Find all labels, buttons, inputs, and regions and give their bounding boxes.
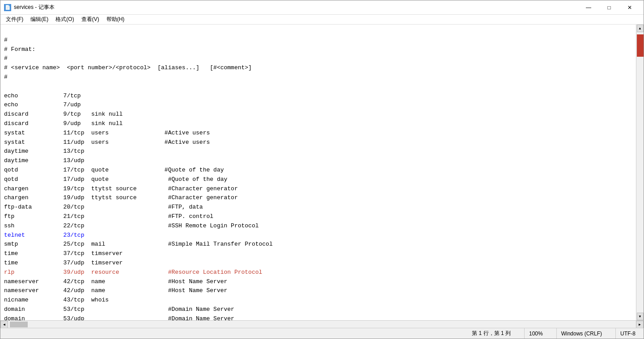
line-5: # [4, 74, 8, 80]
line-2: # Format: [4, 46, 35, 53]
line-3: # [4, 55, 8, 62]
line-echo-udp: echo 7/udp [4, 101, 81, 108]
scroll-left-arrow[interactable]: ◀ [0, 321, 8, 328]
line-discard-tcp: discard 9/tcp sink null [4, 111, 123, 117]
line-qotd-udp: qotd 17/udp quote #Quote of the day [4, 176, 227, 183]
text-editor[interactable]: # # Format: # # <service name> <port num… [0, 25, 636, 320]
line-daytime-udp: daytime 13/udp [4, 157, 84, 164]
vertical-scrollbar[interactable]: ▲ ▼ [636, 25, 644, 320]
scroll-right-arrow[interactable]: ▶ [636, 321, 644, 328]
status-encoding: UTF-8 [615, 328, 640, 339]
line-systat-udp: systat 11/udp users #Active users [4, 139, 210, 146]
menu-file[interactable]: 文件(F) [2, 15, 27, 24]
scroll-track[interactable] [637, 32, 644, 313]
scroll-up-arrow[interactable]: ▲ [637, 25, 644, 32]
scroll-h-track[interactable] [8, 321, 636, 328]
line-domain-udp: domain 53/udp #Domain Name Server [4, 315, 234, 320]
line-daytime-tcp: daytime 13/tcp [4, 148, 84, 155]
menu-help[interactable]: 帮助(H) [103, 15, 128, 24]
notepad-window: 📄 services - 记事本 — □ ✕ 文件(F) 编辑(E) 格式(O)… [0, 0, 644, 339]
line-chargen-tcp: chargen 19/tcp ttytst source #Character … [4, 185, 238, 192]
scroll-down-arrow[interactable]: ▼ [637, 313, 644, 320]
line-systat-tcp: systat 11/tcp users #Active users [4, 130, 210, 136]
editor-area: # # Format: # # <service name> <port num… [0, 25, 644, 320]
horizontal-scrollbar[interactable]: ◀ ▶ [0, 320, 644, 328]
line-nameserver-tcp: nameserver 42/tcp name #Host Name Server [4, 278, 227, 285]
line-ssh: ssh 22/tcp #SSH Remote Login Protocol [4, 222, 259, 229]
window-controls: — □ ✕ [578, 1, 640, 14]
line-chargen-udp: chargen 19/udp ttytst source #Character … [4, 194, 238, 201]
title-bar-left: 📄 services - 记事本 [4, 4, 55, 11]
line-domain-tcp: domain 53/tcp #Domain Name Server [4, 306, 234, 313]
status-position: 第 1 行，第 1 列 [467, 328, 515, 339]
line-smtp: smtp 25/tcp mail #Simple Mail Transfer P… [4, 241, 273, 247]
line-ftpdata: ftp-data 20/tcp #FTP, data [4, 204, 203, 210]
line-discard-udp: discard 9/udp sink null [4, 120, 123, 127]
app-icon: 📄 [4, 4, 11, 11]
menu-bar: 文件(F) 编辑(E) 格式(O) 查看(V) 帮助(H) [0, 15, 644, 25]
menu-edit[interactable]: 编辑(E) [27, 15, 52, 24]
line-nameserver-udp: nameserver 42/udp name #Host Name Server [4, 287, 227, 294]
menu-view[interactable]: 查看(V) [78, 15, 103, 24]
line-qotd-tcp: qotd 17/tcp quote #Quote of the day [4, 167, 224, 173]
line-time-udp: time 37/udp timserver [4, 259, 123, 266]
window-title: services - 记事本 [14, 4, 55, 11]
line-telnet: telnet 23/tcp [4, 232, 84, 239]
line-nicname: nicname 43/tcp whois [4, 297, 109, 303]
line-ftp: ftp 21/tcp #FTP. control [4, 213, 213, 220]
line-4: # <service name> <port number>/<protocol… [4, 64, 252, 71]
minimize-button[interactable]: — [578, 1, 599, 14]
status-zoom: 100% [524, 328, 547, 339]
status-bar: 第 1 行，第 1 列 100% Windows (CRLF) UTF-8 [0, 328, 644, 339]
line-time-tcp: time 37/tcp timserver [4, 250, 123, 257]
close-button[interactable]: ✕ [619, 1, 640, 14]
bottom-area: ◀ ▶ 第 1 行，第 1 列 100% Windows (CRLF) UTF-… [0, 320, 644, 339]
menu-format[interactable]: 格式(O) [52, 15, 77, 24]
scroll-h-thumb[interactable] [10, 322, 28, 327]
title-bar: 📄 services - 记事本 — □ ✕ [0, 0, 644, 15]
maximize-button[interactable]: □ [599, 1, 619, 14]
status-line-ending: Windows (CRLF) [556, 328, 606, 339]
line-rlp: rlp 39/udp resource #Resource Location P… [4, 269, 262, 276]
scroll-thumb[interactable] [637, 34, 644, 57]
line-echo-tcp: echo 7/tcp [4, 92, 81, 99]
line-1: # [4, 37, 8, 43]
